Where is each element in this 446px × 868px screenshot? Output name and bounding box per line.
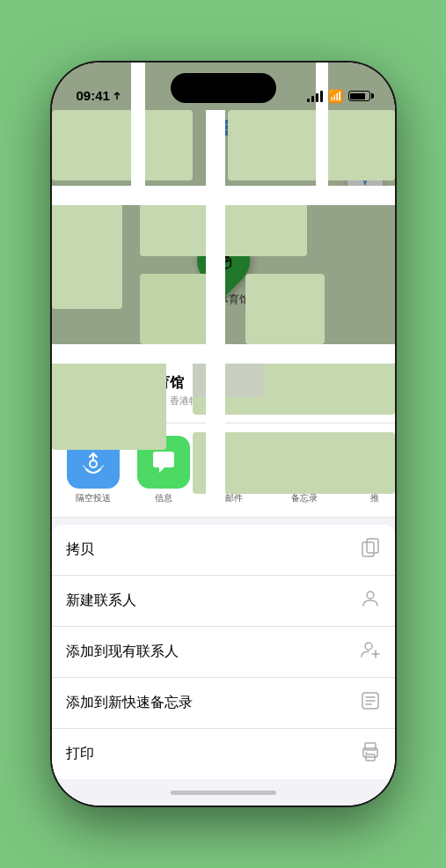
status-time: 09:41 <box>77 88 121 103</box>
app-label-more: 推 <box>370 492 379 504</box>
quick-note-icon <box>360 690 381 716</box>
svg-point-10 <box>367 592 374 599</box>
action-add-existing-contact[interactable]: 添加到现有联系人 <box>52 627 395 678</box>
location-icon <box>113 92 121 100</box>
phone-screen: 南口 <box>52 63 395 805</box>
new-contact-icon <box>360 588 381 614</box>
app-label-notes: 备忘录 <box>291 492 318 504</box>
action-print-label: 打印 <box>66 745 94 763</box>
svg-point-11 <box>365 643 372 650</box>
action-list: 拷贝 新建联系人 <box>52 525 395 779</box>
app-label-mail: 邮件 <box>225 492 243 504</box>
dynamic-island <box>171 73 276 103</box>
action-new-contact[interactable]: 新建联系人 <box>52 576 395 627</box>
add-contact-icon <box>360 639 381 665</box>
home-indicator-area <box>52 779 395 805</box>
battery-icon <box>348 91 370 101</box>
action-copy-label: 拷贝 <box>66 541 94 559</box>
svg-point-3 <box>90 460 97 467</box>
status-icons: 📶 <box>307 89 370 103</box>
action-new-contact-label: 新建联系人 <box>66 592 136 610</box>
signal-icon <box>307 91 323 102</box>
app-label-messages: 信息 <box>155 492 172 504</box>
action-print[interactable]: 打印 <box>52 729 395 779</box>
home-indicator <box>171 791 276 795</box>
print-icon <box>360 741 381 767</box>
action-add-existing-label: 添加到现有联系人 <box>66 643 179 661</box>
action-quick-note-label: 添加到新快速备忘录 <box>66 694 193 712</box>
phone-frame: 南口 <box>52 63 395 805</box>
action-copy[interactable]: 拷贝 <box>52 525 395 576</box>
svg-point-22 <box>365 752 367 754</box>
svg-rect-9 <box>362 542 374 556</box>
app-label-airdrop: 隔空投送 <box>76 492 111 504</box>
action-quick-note[interactable]: 添加到新快速备忘录 <box>52 678 395 729</box>
wifi-icon: 📶 <box>328 89 343 103</box>
copy-icon <box>360 537 381 563</box>
svg-rect-19 <box>365 743 376 750</box>
